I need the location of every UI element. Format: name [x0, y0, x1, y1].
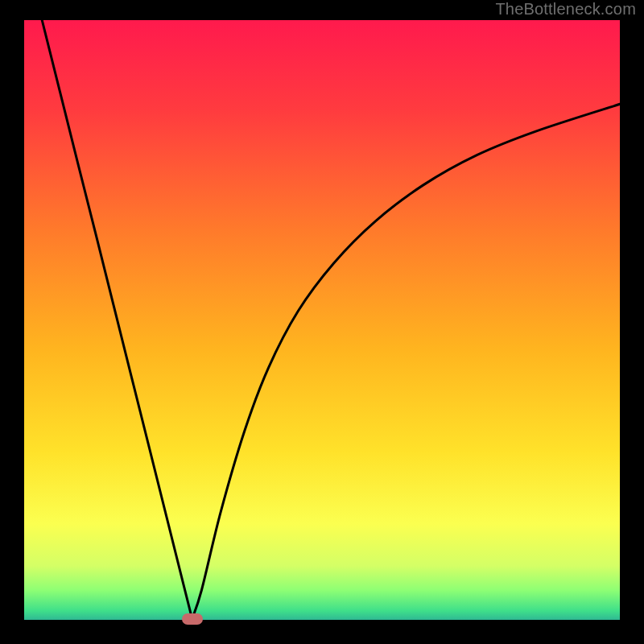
- plot-area: [24, 20, 620, 620]
- attribution-text: TheBottleneck.com: [495, 0, 636, 19]
- chart-container: TheBottleneck.com: [0, 0, 644, 644]
- gradient-background: [24, 20, 620, 620]
- minimum-marker: [182, 613, 203, 625]
- chart-svg: [24, 20, 620, 620]
